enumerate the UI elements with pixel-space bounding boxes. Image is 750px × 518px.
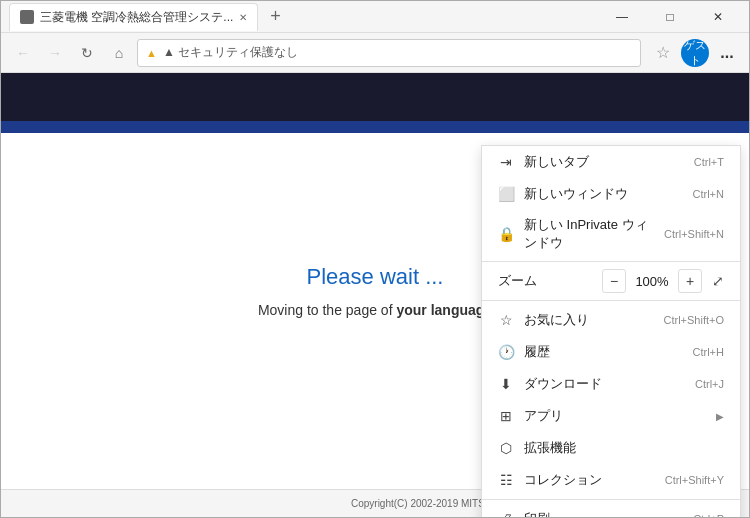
apps-label: アプリ [524,407,706,425]
browser-menu: ⇥ 新しいタブ Ctrl+T ⬜ 新しいウィンドウ Ctrl+N 🔒 新しい I… [481,145,741,517]
browser-tab[interactable]: 三菱電機 空調冷熱総合管理システ... ✕ [9,3,258,31]
back-button[interactable]: ← [9,39,37,67]
extensions-icon: ⬡ [498,440,514,456]
menu-item-apps[interactable]: ⊞ アプリ ▶ [482,400,740,432]
tab-favicon [20,10,34,24]
close-button[interactable]: ✕ [695,1,741,33]
history-shortcut: Ctrl+H [693,346,724,358]
divider-1 [482,261,740,262]
new-window-shortcut: Ctrl+N [693,188,724,200]
settings-menu-button[interactable]: ... [713,39,741,67]
print-icon: 🖨 [498,511,514,517]
print-label: 印刷 [524,510,683,517]
zoom-value: 100% [632,274,672,289]
address-text: ▲ セキュリティ保護なし [163,44,632,61]
downloads-shortcut: Ctrl+J [695,378,724,390]
tab-title: 三菱電機 空調冷熱総合管理システ... [40,9,233,26]
zoom-in-button[interactable]: + [678,269,702,293]
new-tab-shortcut: Ctrl+T [694,156,724,168]
menu-item-new-tab[interactable]: ⇥ 新しいタブ Ctrl+T [482,146,740,178]
moving-text-bold: your language [396,302,492,318]
minimize-button[interactable]: — [599,1,645,33]
favorites-label: お気に入り [524,311,653,329]
collections-icon: ☷ [498,472,514,488]
maximize-button[interactable]: □ [647,1,693,33]
favorites-icon: ☆ [498,312,514,328]
collections-label: コレクション [524,471,655,489]
window-controls: — □ ✕ [599,1,741,33]
favorites-button[interactable]: ☆ [649,39,677,67]
fullscreen-button[interactable]: ⤢ [712,273,724,289]
page-content: Please wait ... Moving to the page of yo… [1,73,749,517]
collections-shortcut: Ctrl+Shift+Y [665,474,724,486]
new-tab-label: 新しいタブ [524,153,684,171]
downloads-icon: ⬇ [498,376,514,392]
divider-3 [482,499,740,500]
nav-right-buttons: ☆ ゲスト ... [649,39,741,67]
downloads-label: ダウンロード [524,375,685,393]
divider-2 [482,300,740,301]
home-button[interactable]: ⌂ [105,39,133,67]
history-label: 履歴 [524,343,683,361]
zoom-label: ズーム [498,272,596,290]
extensions-label: 拡張機能 [524,439,724,457]
zoom-row: ズーム − 100% + ⤢ [482,265,740,297]
zoom-out-button[interactable]: − [602,269,626,293]
security-icon: ▲ [146,47,157,59]
menu-item-print[interactable]: 🖨 印刷 Ctrl+P [482,503,740,517]
menu-item-favorites[interactable]: ☆ お気に入り Ctrl+Shift+O [482,304,740,336]
print-shortcut: Ctrl+P [693,513,724,517]
title-bar: 三菱電機 空調冷熱総合管理システ... ✕ + — □ ✕ [1,1,749,33]
menu-item-history[interactable]: 🕐 履歴 Ctrl+H [482,336,740,368]
moving-text: Moving to the page of your language [258,302,492,318]
please-wait-heading: Please wait ... [307,264,444,290]
menu-item-inprivate[interactable]: 🔒 新しい InPrivate ウィンドウ Ctrl+Shift+N [482,210,740,258]
menu-item-extensions[interactable]: ⬡ 拡張機能 [482,432,740,464]
guest-button[interactable]: ゲスト [681,39,709,67]
favorites-shortcut: Ctrl+Shift+O [663,314,724,326]
address-bar[interactable]: ▲ ▲ セキュリティ保護なし [137,39,641,67]
banner-stripe [1,121,749,133]
inprivate-icon: 🔒 [498,226,514,242]
inprivate-shortcut: Ctrl+Shift+N [664,228,724,240]
tab-close-button[interactable]: ✕ [239,12,247,23]
refresh-button[interactable]: ↻ [73,39,101,67]
new-window-icon: ⬜ [498,186,514,202]
forward-button[interactable]: → [41,39,69,67]
browser-window: 三菱電機 空調冷熱総合管理システ... ✕ + — □ ✕ ← → ↻ ⌂ ▲ … [0,0,750,518]
apps-arrow: ▶ [716,411,724,422]
moving-text-normal: Moving to the page of [258,302,397,318]
menu-item-downloads[interactable]: ⬇ ダウンロード Ctrl+J [482,368,740,400]
navigation-bar: ← → ↻ ⌂ ▲ ▲ セキュリティ保護なし ☆ ゲスト ... [1,33,749,73]
new-tab-icon: ⇥ [498,154,514,170]
history-icon: 🕐 [498,344,514,360]
menu-item-new-window[interactable]: ⬜ 新しいウィンドウ Ctrl+N [482,178,740,210]
page-banner [1,73,749,133]
inprivate-label: 新しい InPrivate ウィンドウ [524,216,654,252]
new-tab-button[interactable]: + [266,6,285,27]
apps-icon: ⊞ [498,408,514,424]
menu-item-collections[interactable]: ☷ コレクション Ctrl+Shift+Y [482,464,740,496]
new-window-label: 新しいウィンドウ [524,185,683,203]
